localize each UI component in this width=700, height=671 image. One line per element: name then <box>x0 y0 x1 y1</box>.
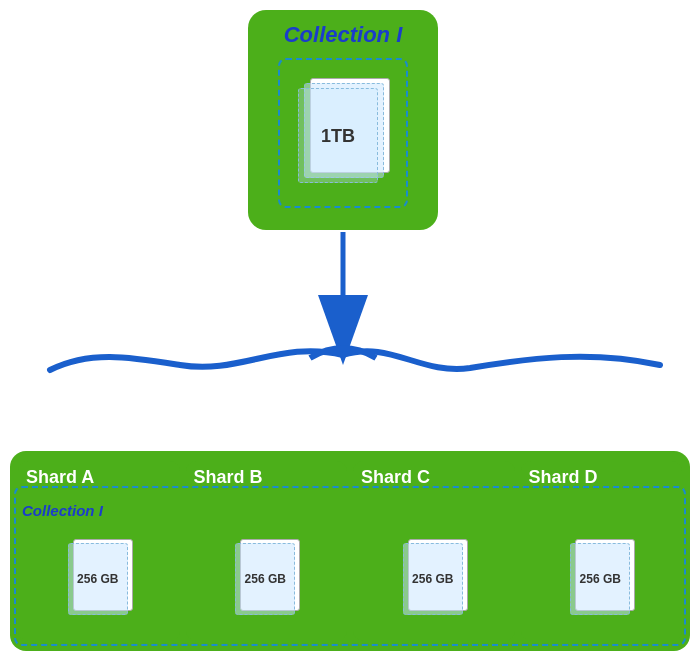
shard-d-box: Shard D 256 GB <box>521 461 683 641</box>
shard-a-doc-area: 256 GB <box>26 522 174 635</box>
shard-b-size: 256 GB <box>245 572 286 586</box>
shard-c-size: 256 GB <box>412 572 453 586</box>
shard-a-doc-front: 256 GB <box>68 543 128 615</box>
shard-d-size: 256 GB <box>580 572 621 586</box>
shard-c-doc-stack: 256 GB <box>400 539 470 619</box>
shard-b-doc-front: 256 GB <box>235 543 295 615</box>
shard-b-doc-area: 256 GB <box>194 522 342 635</box>
shard-d-title: Shard D <box>529 467 598 488</box>
doc-size-label: 1TB <box>321 125 355 146</box>
diagram: Collection I 1TB <box>0 0 700 671</box>
shards-row: Shard A 256 GB Shard B 256 GB <box>10 451 690 651</box>
shard-a-size: 256 GB <box>77 572 118 586</box>
doc-stack: 1TB <box>298 78 388 188</box>
shard-c-doc-front: 256 GB <box>403 543 463 615</box>
shard-c-doc-area: 256 GB <box>361 522 509 635</box>
shard-d-doc-front: 256 GB <box>570 543 630 615</box>
shard-b-box: Shard B 256 GB <box>186 461 348 641</box>
shard-d-doc-stack: 256 GB <box>567 539 637 619</box>
shard-d-doc-area: 256 GB <box>529 522 677 635</box>
shard-b-title: Shard B <box>194 467 263 488</box>
doc-page-front: 1TB <box>298 88 378 183</box>
shards-collection-label: Collection I <box>22 502 103 519</box>
shard-c-box: Shard C 256 GB <box>353 461 515 641</box>
top-collection-box: Collection I 1TB <box>248 10 438 230</box>
shard-a-title: Shard A <box>26 467 94 488</box>
shard-b-doc-stack: 256 GB <box>232 539 302 619</box>
shard-c-title: Shard C <box>361 467 430 488</box>
shard-a-box: Shard A 256 GB <box>18 461 180 641</box>
doc-stack-container: 1TB <box>278 58 408 208</box>
collection-title: Collection I <box>284 22 403 48</box>
shard-a-doc-stack: 256 GB <box>65 539 135 619</box>
